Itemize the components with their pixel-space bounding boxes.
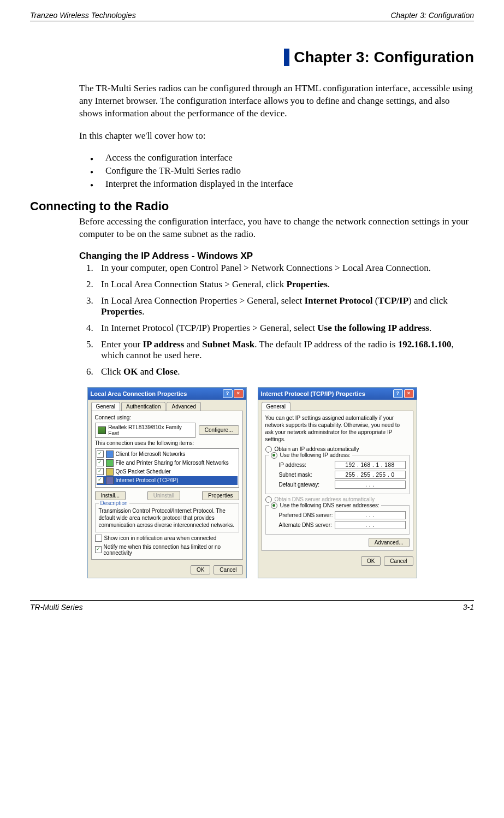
help-icon[interactable]: ?	[223, 389, 233, 398]
subheading: Changing the IP Address - Windows XP	[79, 251, 474, 262]
intro-paragraph: The TR-Multi Series radios can be config…	[79, 82, 474, 120]
uninstall-button: Uninstall	[147, 491, 180, 500]
list-item[interactable]: ✓Client for Microsoft Networks	[97, 450, 238, 459]
protocol-icon	[106, 477, 114, 484]
checkbox-icon[interactable]	[95, 535, 102, 542]
footer-left: TR-Multi Series	[30, 603, 82, 612]
step-item: In Local Area Connection Properties > Ge…	[96, 295, 474, 317]
close-icon[interactable]: ×	[404, 389, 414, 398]
description-label: Description	[99, 500, 129, 506]
checkbox-icon[interactable]: ✓	[97, 468, 104, 475]
items-listbox[interactable]: ✓Client for Microsoft Networks ✓File and…	[95, 448, 239, 488]
bullet-icon: ●	[90, 165, 105, 176]
steps-list: In your computer, open Control Panel > N…	[79, 263, 474, 377]
dialog-title: Local Area Connection Properties	[91, 390, 187, 397]
subnet-mask-field[interactable]: 255 . 255 . 255 . 0	[335, 471, 406, 479]
pdns-label: Preferred DNS server:	[279, 512, 335, 518]
advanced-button[interactable]: Advanced...	[369, 538, 410, 547]
install-button[interactable]: Install...	[95, 491, 126, 500]
titlebar[interactable]: Local Area Connection Properties ? ×	[88, 388, 246, 400]
nic-field: Realtek RTL8139/810x Family Fast	[95, 423, 195, 438]
checkbox-icon[interactable]: ✓	[97, 451, 104, 458]
ok-button[interactable]: OK	[191, 565, 210, 574]
ip-label: IP address:	[279, 462, 335, 468]
nic-name: Realtek RTL8139/810x Family Fast	[108, 424, 192, 436]
ip-address-field[interactable]: 192 . 168 . 1 . 188	[335, 461, 406, 469]
checkbox-icon[interactable]: ✓	[97, 477, 104, 484]
step-item: Click OK and Close.	[96, 366, 474, 377]
footer-right: 3-1	[463, 603, 474, 612]
tab-authentication[interactable]: Authentication	[121, 402, 165, 411]
tab-general[interactable]: General	[262, 402, 291, 411]
bullet-icon: ●	[90, 152, 105, 163]
bullet-list: ●Access the configuration interface ●Con…	[90, 152, 474, 189]
connect-using-label: Connect using:	[95, 414, 239, 420]
client-icon	[106, 451, 114, 458]
description-text: Transmission Control Protocol/Internet P…	[99, 507, 235, 529]
step-item: Enter your IP address and Subnet Mask. T…	[96, 339, 474, 361]
radio-use-dns[interactable]: Use the following DNS server addresses:	[269, 502, 381, 509]
mask-label: Subnet mask:	[279, 472, 335, 478]
step-item: In Internet Protocol (TCP/IP) Properties…	[96, 323, 474, 334]
tab-advanced[interactable]: Advanced	[167, 402, 200, 411]
properties-button[interactable]: Properties	[202, 491, 239, 500]
step-item: In your computer, open Control Panel > N…	[96, 263, 474, 274]
step-item: In Local Area Connection Status > Genera…	[96, 279, 474, 290]
page-footer: TR-Multi Series 3-1	[30, 600, 474, 612]
items-label: This connection uses the following items…	[95, 440, 239, 446]
dialog-title: Internet Protocol (TCP/IP) Properties	[261, 390, 365, 397]
checkbox-icon[interactable]: ✓	[97, 459, 104, 466]
notify-checkbox[interactable]: ✓ Notify me when this connection has lim…	[95, 544, 239, 556]
tab-general[interactable]: General	[91, 402, 121, 411]
checkbox-icon[interactable]: ✓	[95, 546, 102, 553]
preferred-dns-field[interactable]: . . .	[335, 511, 406, 519]
list-item[interactable]: ✓File and Printer Sharing for Microsoft …	[97, 459, 238, 467]
cancel-button[interactable]: Cancel	[214, 565, 242, 574]
gateway-label: Default gateway:	[279, 482, 335, 488]
service-icon	[106, 459, 114, 467]
chapter-title: Chapter 3: Configuration	[284, 49, 474, 66]
configure-button[interactable]: Configure...	[199, 425, 239, 435]
header-left: Tranzeo Wireless Technologies	[30, 11, 136, 20]
help-icon[interactable]: ?	[393, 389, 403, 398]
header-right: Chapter 3: Configuration	[390, 11, 474, 20]
section-text: Before accessing the configuration inter…	[79, 216, 474, 241]
bullet-item: Configure the TR-Multi Series radio	[105, 165, 241, 176]
list-item[interactable]: ✓QoS Packet Scheduler	[97, 467, 238, 476]
nic-icon	[98, 426, 106, 434]
close-icon[interactable]: ×	[234, 389, 244, 398]
titlebar[interactable]: Internet Protocol (TCP/IP) Properties ? …	[258, 388, 417, 400]
section-heading: Connecting to the Radio	[30, 199, 474, 214]
bullet-item: Interpret the information displayed in t…	[105, 179, 293, 189]
radio-use-ip[interactable]: Use the following IP address:	[269, 452, 352, 459]
show-icon-checkbox[interactable]: Show icon in notification area when conn…	[95, 535, 239, 542]
tcpip-properties-dialog: Internet Protocol (TCP/IP) Properties ? …	[258, 387, 417, 578]
page-header: Tranzeo Wireless Technologies Chapter 3:…	[30, 11, 474, 21]
cancel-button[interactable]: Cancel	[384, 556, 413, 566]
bullet-item: Access the configuration interface	[105, 152, 233, 163]
adns-label: Alternate DNS server:	[279, 522, 335, 528]
qos-icon	[106, 468, 114, 476]
cover-line: In this chapter we'll cover how to:	[79, 130, 474, 143]
alternate-dns-field[interactable]: . . .	[335, 521, 406, 529]
ok-button[interactable]: OK	[361, 556, 381, 566]
gateway-field[interactable]: . . .	[335, 481, 406, 489]
radio-icon[interactable]	[271, 452, 277, 459]
tcpip-intro: You can get IP settings assigned automat…	[265, 414, 410, 443]
lan-properties-dialog: Local Area Connection Properties ? × Gen…	[87, 387, 247, 578]
bullet-icon: ●	[90, 179, 105, 189]
list-item-selected[interactable]: ✓Internet Protocol (TCP/IP)	[97, 476, 238, 485]
radio-icon[interactable]	[271, 502, 277, 509]
